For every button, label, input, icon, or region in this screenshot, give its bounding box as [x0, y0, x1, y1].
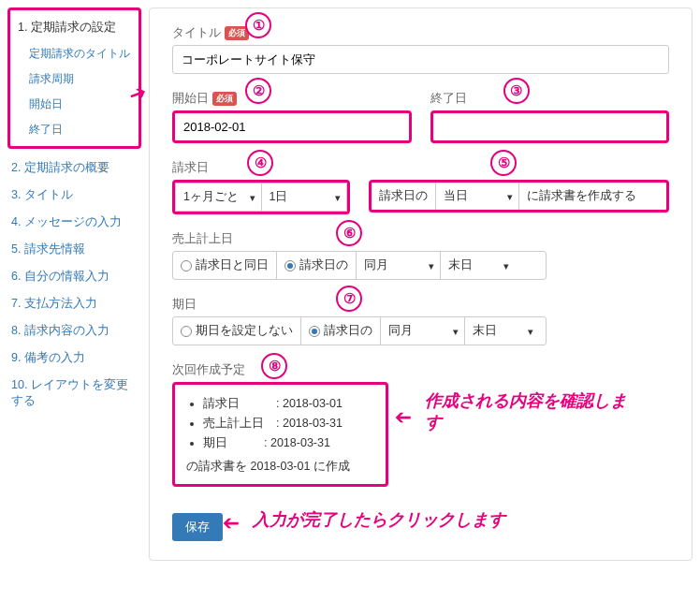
- title-label: タイトル: [172, 25, 221, 41]
- marker-3: ③: [503, 78, 530, 104]
- marker-1: ①: [245, 12, 271, 38]
- nav-sub-end[interactable]: 終了日: [27, 117, 135, 142]
- nav-sub-start[interactable]: 開始日: [27, 92, 135, 117]
- billing-cycle-select[interactable]: 1ヶ月ごと: [175, 183, 262, 212]
- annotation-click: 入力が完了したらクリックします: [253, 509, 505, 531]
- save-button[interactable]: 保存: [172, 513, 223, 541]
- sidebar: 1. 定期請求の設定 定期請求のタイトル 請求周期 開始日 終了日 2. 定期請…: [0, 0, 145, 568]
- next-sales-row: 売上計上日 : 2018-03-31: [203, 414, 374, 433]
- nav-sub-title[interactable]: 定期請求のタイトル: [27, 41, 135, 66]
- nav-item-3[interactable]: 3. タイトル: [7, 182, 141, 209]
- next-schedule-box: 請求日 : 2018-03-01 売上計上日 : 2018-03-31 期日 :…: [175, 385, 386, 484]
- start-date-input[interactable]: [175, 113, 409, 140]
- next-billing-row: 請求日 : 2018-03-01: [203, 394, 374, 414]
- due-month-select[interactable]: 同月: [380, 317, 464, 345]
- marker-2: ②: [245, 78, 271, 104]
- required-badge: 必須: [212, 92, 237, 106]
- nav-item-8[interactable]: 8. 請求内容の入力: [7, 317, 141, 345]
- marker-7: ⑦: [336, 286, 362, 312]
- sales-month-select[interactable]: 同月: [356, 252, 440, 279]
- nav-item-9[interactable]: 9. 備考の入力: [7, 345, 141, 372]
- end-date-label: 終了日: [430, 91, 467, 107]
- radio-icon: [309, 326, 320, 337]
- nav-sub-cycle[interactable]: 請求周期: [27, 66, 135, 92]
- sales-date-label: 売上計上日: [172, 231, 233, 247]
- start-date-label: 開始日: [172, 91, 209, 107]
- billing-day-select[interactable]: 1日: [262, 183, 348, 212]
- nav-item-7[interactable]: 7. 支払方法入力: [7, 290, 141, 317]
- marker-4: ④: [247, 150, 273, 176]
- marker-5: ⑤: [490, 150, 517, 176]
- invoice-prefix: 請求日の: [372, 183, 435, 210]
- sales-day-select[interactable]: 末日: [440, 252, 515, 279]
- next-schedule-label: 次回作成予定: [172, 362, 245, 378]
- nav-section-1[interactable]: 1. 定期請求の設定: [14, 14, 135, 41]
- sales-billing-day-radio[interactable]: 請求日の: [276, 252, 356, 279]
- invoice-timing-select[interactable]: 当日: [435, 183, 519, 210]
- nav-item-5[interactable]: 5. 請求先情報: [7, 236, 141, 263]
- sidebar-section-1-highlight: 1. 定期請求の設定 定期請求のタイトル 請求周期 開始日 終了日: [7, 7, 141, 149]
- main-form: ➔ ① タイトル 必須 ② 開始日 必須 ③ 終了日: [149, 7, 693, 561]
- radio-icon: [181, 260, 192, 271]
- marker-8: ⑧: [261, 353, 287, 379]
- next-footer: の請求書を 2018-03-01 に作成: [186, 459, 374, 475]
- arrow-icon: ➔: [395, 405, 412, 430]
- marker-6: ⑥: [336, 220, 362, 246]
- nav-item-10[interactable]: 10. レイアウトを変更する: [7, 372, 141, 415]
- title-input[interactable]: [172, 45, 669, 74]
- nav-item-2[interactable]: 2. 定期請求の概要: [7, 154, 141, 182]
- sales-same-day-radio[interactable]: 請求日と同日: [173, 252, 276, 279]
- radio-icon: [181, 326, 192, 337]
- due-none-radio[interactable]: 期日を設定しない: [173, 317, 300, 345]
- due-day-select[interactable]: 末日: [464, 317, 539, 345]
- billing-date-label: 請求日: [172, 160, 209, 176]
- nav-item-6[interactable]: 6. 自分の情報入力: [7, 263, 141, 290]
- end-date-input[interactable]: [433, 113, 667, 140]
- radio-icon: [284, 260, 296, 271]
- due-date-label: 期日: [172, 297, 197, 313]
- arrow-icon: ➔: [223, 511, 240, 535]
- next-due-row: 期日 : 2018-03-31: [203, 433, 374, 453]
- nav-item-4[interactable]: 4. メッセージの入力: [7, 209, 141, 236]
- due-billing-day-radio[interactable]: 請求日の: [300, 317, 380, 345]
- invoice-suffix: に請求書を作成する: [519, 183, 644, 210]
- annotation-confirm: 作成される内容を確認します: [425, 390, 631, 434]
